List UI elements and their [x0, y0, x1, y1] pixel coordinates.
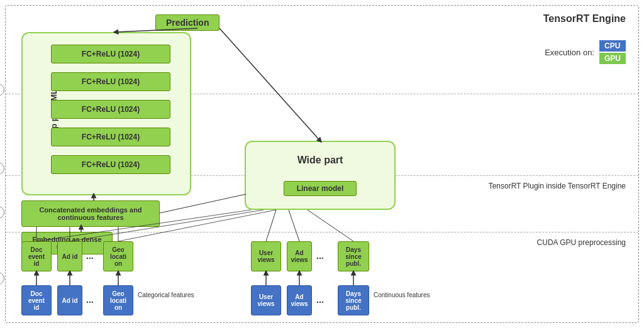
execution-section: Execution on: CPU GPU	[545, 40, 626, 64]
green-dots-2: ...	[316, 251, 324, 261]
blue-ad-id: Ad id	[57, 285, 82, 315]
categorical-features-label: Categorical features	[138, 292, 194, 298]
blue-geo: Geolocation	[103, 285, 133, 315]
linear-model-box: Linear model	[284, 181, 357, 196]
blue-ad-views: Adviews	[287, 285, 312, 315]
blue-user-views: Userviews	[251, 285, 281, 315]
execution-label: Execution on:	[545, 48, 594, 57]
gpu-badge: GPU	[599, 53, 626, 64]
layer-marker-4: 1	[0, 84, 4, 96]
blue-doc-event: Doceventid	[21, 285, 52, 315]
layer-marker-2: 3	[0, 206, 4, 219]
svg-line-1	[219, 28, 320, 141]
concat-box: Concatenated embeddings and continuous f…	[21, 200, 160, 227]
green-geo: Geolocation	[103, 241, 133, 271]
fc-box-1: FC+ReLU (1024)	[51, 45, 170, 63]
plugin-label: TensorRT Plugin inside TensorRT Engine	[489, 182, 626, 190]
blue-dots-1: ...	[86, 295, 94, 305]
wide-part-container: Wide part Linear model	[245, 141, 396, 210]
green-ad-views: Adviews	[287, 241, 312, 271]
green-days-since: Dayssincepubl.	[338, 241, 369, 271]
cuda-label: CUDA GPU preprocessing	[537, 238, 626, 247]
blue-days-since: Dayssincepubl.	[338, 285, 369, 315]
svg-line-8	[289, 210, 299, 241]
svg-line-9	[308, 210, 353, 241]
svg-line-13	[160, 194, 246, 213]
layer-marker-3: 2	[0, 162, 4, 175]
blue-dots-2: ...	[316, 295, 324, 305]
green-dots-1: ...	[86, 251, 94, 261]
svg-line-7	[266, 210, 276, 241]
wide-part-label: Wide part	[297, 155, 343, 166]
mlp-container: Deep part: MLP FC+ReLU (1024) FC+ReLU (1…	[21, 32, 191, 195]
tensorrt-title: TensorRT Engine	[543, 13, 626, 25]
fc-box-2: FC+ReLU (1024)	[51, 72, 170, 91]
fc-box-3: FC+ReLU (1024)	[51, 100, 170, 119]
layer-marker-1: 1	[0, 272, 4, 285]
green-doc-event: Doceventid	[21, 241, 52, 271]
fc-box-5: FC+ReLU (1024)	[51, 155, 170, 174]
green-ad-id: Ad id	[57, 241, 82, 271]
main-diagram: 1 3 2 1 TensorRT Engine Execution on: CP…	[5, 5, 639, 323]
fc-box-4: FC+ReLU (1024)	[51, 128, 170, 146]
green-user-views: Userviews	[251, 241, 281, 271]
prediction-box: Prediction	[155, 14, 219, 31]
cpu-badge: CPU	[599, 40, 626, 52]
continuous-features-label: Continuous features	[374, 292, 430, 298]
